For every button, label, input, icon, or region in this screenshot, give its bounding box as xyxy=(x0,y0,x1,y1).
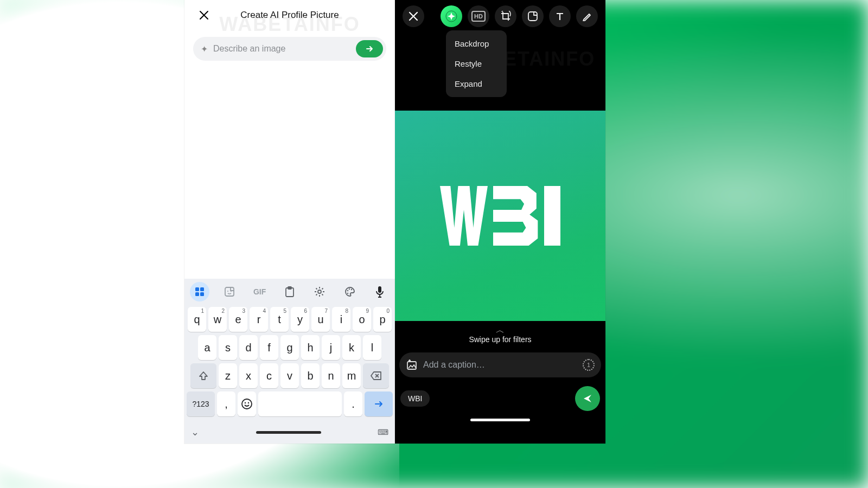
caption-input[interactable] xyxy=(423,360,577,370)
left-header: Create AI Profile Picture xyxy=(184,0,395,30)
submit-button[interactable] xyxy=(356,40,383,57)
editor-toolbar: HD xyxy=(395,0,605,33)
svg-point-9 xyxy=(318,290,321,293)
ai-sparkle-icon xyxy=(445,10,457,22)
key-s[interactable]: s xyxy=(219,335,237,360)
key-e[interactable]: e3 xyxy=(229,307,247,332)
backspace-key[interactable] xyxy=(363,363,389,388)
key-l[interactable]: l xyxy=(363,335,381,360)
clipboard-icon[interactable] xyxy=(280,282,299,301)
prompt-input[interactable] xyxy=(208,44,356,54)
right-phone-panel: WABETAINFO HD Backdrop Restyle Expand xyxy=(395,0,605,444)
close-button[interactable] xyxy=(193,4,215,26)
editor-lower-panel: ︿ Swipe up for filters 1 WBI xyxy=(395,321,605,444)
ai-menu-expand[interactable]: Expand xyxy=(446,74,507,94)
svg-rect-1 xyxy=(200,287,204,291)
pencil-icon xyxy=(582,11,592,21)
key-g[interactable]: g xyxy=(280,335,299,360)
arrow-right-icon xyxy=(365,44,374,54)
sparkle-icon: ✦ xyxy=(201,44,208,54)
key-d[interactable]: d xyxy=(239,335,258,360)
shift-key[interactable] xyxy=(190,363,216,388)
mic-icon[interactable] xyxy=(370,282,390,301)
gallery-add-icon[interactable] xyxy=(406,359,418,371)
key-a[interactable]: a xyxy=(198,335,216,360)
ai-menu: Backdrop Restyle Expand xyxy=(446,30,507,97)
emoji-icon xyxy=(241,398,253,410)
key-i[interactable]: i8 xyxy=(332,307,350,332)
key-f[interactable]: f xyxy=(260,335,278,360)
motion-photo-icon[interactable]: 1 xyxy=(583,359,595,371)
collapse-keyboard-icon[interactable]: ⌄ xyxy=(191,426,199,438)
period-key[interactable]: . xyxy=(344,391,362,416)
swipe-text: Swipe up for filters xyxy=(395,335,605,344)
close-button[interactable] xyxy=(403,5,424,27)
key-r[interactable]: r4 xyxy=(250,307,268,332)
arrow-right-icon xyxy=(373,399,384,409)
emoji-key[interactable] xyxy=(238,391,256,416)
enter-key[interactable] xyxy=(365,391,393,416)
left-phone-panel: WABETAINFO Create AI Profile Picture ✦ G… xyxy=(184,0,395,444)
svg-rect-0 xyxy=(195,287,199,291)
editor-image[interactable]: WBI xyxy=(395,111,605,321)
ai-menu-restyle[interactable]: Restyle xyxy=(446,54,507,74)
prompt-input-row: ✦ xyxy=(193,37,386,61)
palette-icon[interactable] xyxy=(340,282,360,301)
symbols-key[interactable]: ?123 xyxy=(187,391,215,416)
ai-menu-backdrop[interactable]: Backdrop xyxy=(446,34,507,54)
hd-label: HD xyxy=(471,11,486,22)
home-indicator-right xyxy=(470,419,530,421)
home-indicator-left xyxy=(256,431,321,434)
space-key[interactable] xyxy=(258,391,342,416)
svg-rect-2 xyxy=(195,292,199,296)
swipe-hint[interactable]: ︿ Swipe up for filters xyxy=(395,321,605,347)
svg-rect-3 xyxy=(200,292,204,296)
sticker-button[interactable] xyxy=(522,5,544,27)
comma-key[interactable]: , xyxy=(217,391,235,416)
svg-point-12 xyxy=(350,289,352,290)
svg-point-5 xyxy=(227,291,228,292)
key-c[interactable]: c xyxy=(260,363,278,388)
key-q[interactable]: q1 xyxy=(188,307,206,332)
key-t[interactable]: t5 xyxy=(270,307,289,332)
recipient-chip[interactable]: WBI xyxy=(400,390,430,407)
wbi-logo xyxy=(440,186,560,246)
key-v[interactable]: v xyxy=(280,363,299,388)
key-p[interactable]: p0 xyxy=(373,307,392,332)
key-b[interactable]: b xyxy=(301,363,320,388)
keyboard-rows: q1w2e3r4t5y6u7i8o9p0 asdfghjkl zxcvbnm ?… xyxy=(184,305,395,423)
bottom-row: WBI xyxy=(395,377,605,416)
keyboard-apps-icon[interactable] xyxy=(190,282,209,301)
send-button[interactable] xyxy=(575,386,600,411)
sticker-icon[interactable] xyxy=(220,282,239,301)
keyboard-navbar: ⌄ ⌨ xyxy=(184,423,395,444)
svg-point-17 xyxy=(248,402,249,403)
text-button[interactable] xyxy=(549,5,571,27)
gif-icon[interactable]: GIF xyxy=(250,282,270,301)
close-icon xyxy=(199,10,209,21)
crop-rotate-icon xyxy=(500,11,511,22)
key-k[interactable]: k xyxy=(342,335,361,360)
settings-icon[interactable] xyxy=(310,282,329,301)
key-z[interactable]: z xyxy=(219,363,237,388)
key-y[interactable]: y6 xyxy=(291,307,309,332)
svg-point-10 xyxy=(347,290,348,291)
hd-button[interactable]: HD xyxy=(468,5,489,27)
svg-rect-14 xyxy=(378,286,381,293)
key-j[interactable]: j xyxy=(322,335,340,360)
send-icon xyxy=(582,393,593,404)
text-icon xyxy=(555,11,565,21)
key-x[interactable]: x xyxy=(239,363,258,388)
ai-edit-button[interactable] xyxy=(441,5,462,27)
crop-rotate-button[interactable] xyxy=(495,5,516,27)
key-n[interactable]: n xyxy=(322,363,340,388)
key-w[interactable]: w2 xyxy=(208,307,227,332)
backspace-icon xyxy=(370,371,382,381)
caption-row: 1 xyxy=(399,352,601,377)
key-u[interactable]: u7 xyxy=(311,307,330,332)
key-h[interactable]: h xyxy=(301,335,320,360)
keyboard-handwriting-icon[interactable]: ⌨ xyxy=(378,428,388,436)
key-o[interactable]: o9 xyxy=(353,307,371,332)
key-m[interactable]: m xyxy=(342,363,361,388)
draw-button[interactable] xyxy=(576,5,598,27)
